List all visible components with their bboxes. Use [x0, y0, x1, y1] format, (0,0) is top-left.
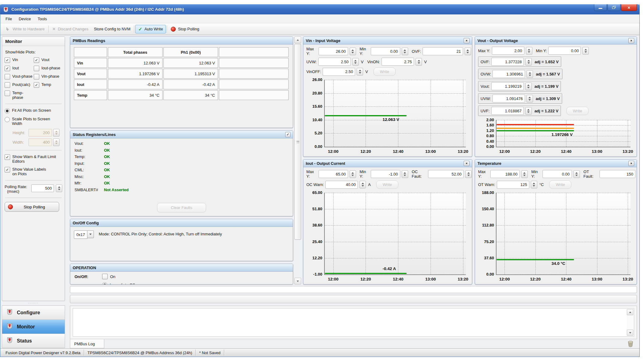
width-input[interactable]: 400: [29, 138, 52, 146]
spinner-control[interactable]: [357, 68, 363, 75]
stop-polling-button[interactable]: Stop Polling: [168, 25, 202, 33]
plot-toggle[interactable]: ✓Vin: [5, 57, 33, 63]
splitter-handle[interactable]: ·····: [2, 301, 65, 305]
nav-item-configure[interactable]: Configure: [2, 306, 65, 320]
close-icon[interactable]: ×: [628, 161, 634, 166]
value-input[interactable]: 2.50: [323, 68, 355, 76]
polling-rate-input[interactable]: 500: [31, 184, 54, 192]
value-input[interactable]: 125: [497, 181, 529, 189]
value-input[interactable]: 2.75: [381, 58, 414, 66]
immediate-off-radio[interactable]: Immediate Off: [102, 282, 289, 284]
trash-icon[interactable]: [627, 339, 634, 348]
titlebar[interactable]: Configuration TPSM8S6C24/TPSM8S6B24 @ PM…: [0, 4, 639, 14]
close-icon[interactable]: ×: [464, 161, 470, 166]
plot-toggle[interactable]: ✓Vout: [34, 57, 62, 63]
spinner-control[interactable]: [465, 170, 472, 178]
spinner-control[interactable]: [525, 83, 532, 90]
show-value-labels-checkbox[interactable]: ✓ Show Value Labels on Plots: [5, 167, 62, 176]
menu-file[interactable]: File: [2, 15, 15, 22]
scroll-down-icon[interactable]: [627, 330, 633, 336]
write-button[interactable]: Write: [566, 107, 588, 115]
spinner-control[interactable]: [582, 47, 589, 55]
spinner-control[interactable]: [527, 70, 533, 78]
value-input[interactable]: 188.00: [490, 170, 520, 178]
value-input[interactable]: 1.018867: [491, 107, 524, 115]
status-panel-checkbox[interactable]: ✓: [285, 132, 290, 137]
store-config-button[interactable]: Store Config to NVM: [91, 25, 133, 33]
chevron-down-icon[interactable]: [87, 230, 94, 238]
radio-fit-all-plots[interactable]: Fit All Plots on Screen: [5, 108, 62, 114]
plot-toggle[interactable]: Pout(calc): [5, 82, 33, 88]
value-input[interactable]: 52.00: [428, 170, 464, 178]
spinner-control[interactable]: [359, 181, 366, 188]
log-scrollbar[interactable]: [627, 309, 633, 336]
spinner-control[interactable]: [521, 170, 528, 178]
menu-tools[interactable]: Tools: [34, 15, 50, 22]
plot-toggle[interactable]: Vout-phase: [5, 74, 33, 79]
minimize-button[interactable]: [594, 4, 607, 11]
scroll-up-icon[interactable]: [294, 37, 301, 43]
value-input[interactable]: 1.199219: [491, 82, 524, 90]
value-input[interactable]: -1.00: [371, 170, 400, 178]
scrollbar-thumb[interactable]: [294, 44, 301, 240]
spinner-control[interactable]: [350, 48, 356, 55]
show-warn-fault-checkbox[interactable]: ✓ Show Warn & Fault Limit Editors: [5, 154, 62, 164]
stop-polling-sidebar-button[interactable]: Stop Polling: [5, 202, 59, 212]
plot-toggle[interactable]: Iout-phase: [34, 66, 62, 71]
value-input[interactable]: 2.50: [318, 58, 351, 66]
value-input[interactable]: 0.00: [371, 47, 400, 55]
value-input[interactable]: 150: [600, 170, 635, 178]
height-input[interactable]: 200: [29, 129, 52, 137]
tab-pmbus-log[interactable]: PMBus Log: [70, 339, 104, 348]
spinner-control[interactable]: [525, 107, 532, 115]
value-input[interactable]: 65.00: [319, 170, 348, 178]
scroll-up-icon[interactable]: [627, 309, 633, 315]
spinner-control[interactable]: [53, 138, 59, 146]
spinner-control[interactable]: [531, 181, 537, 188]
write-button[interactable]: Write: [374, 68, 396, 76]
value-input[interactable]: 1.377228: [491, 58, 524, 66]
plot-toggle[interactable]: ✓Temp: [34, 82, 62, 88]
on-checkbox[interactable]: [102, 274, 108, 279]
spinner-control[interactable]: [526, 47, 532, 55]
write-to-hardware-button[interactable]: Write to Hardware: [3, 25, 48, 33]
nav-item-monitor[interactable]: Monitor: [2, 320, 65, 334]
value-input[interactable]: 26.00: [319, 47, 348, 55]
log-output[interactable]: [73, 308, 634, 337]
collapsed-panel-bar[interactable]: [70, 286, 637, 293]
restore-button[interactable]: [608, 4, 620, 11]
menu-device[interactable]: Device: [15, 15, 34, 22]
spinner-control[interactable]: [525, 58, 532, 66]
close-button[interactable]: ×: [621, 4, 637, 11]
clear-faults-button[interactable]: Clear Faults: [157, 203, 206, 212]
spinner-control[interactable]: [402, 48, 408, 55]
value-input[interactable]: 1.091476: [493, 95, 525, 103]
value-input[interactable]: 0.00: [548, 47, 581, 55]
auto-write-button[interactable]: ✓ Auto Write: [135, 25, 166, 33]
nav-item-status[interactable]: Status: [2, 334, 65, 348]
value-input[interactable]: 21: [423, 47, 463, 55]
spinner-control[interactable]: [573, 170, 580, 178]
scroll-down-icon[interactable]: [294, 278, 301, 285]
spinner-control[interactable]: [416, 58, 422, 66]
value-input[interactable]: 1.306961: [493, 70, 525, 78]
plot-toggle[interactable]: Vin-phase: [34, 74, 62, 79]
collapsed-panel-bar[interactable]: [70, 295, 637, 303]
on-off-config-select[interactable]: 0x17: [74, 230, 94, 239]
value-input[interactable]: 0.00: [542, 170, 572, 178]
plot-toggle[interactable]: Temp-phase: [5, 91, 33, 100]
spinner-control[interactable]: [465, 48, 471, 55]
value-input[interactable]: 2.00: [492, 47, 524, 55]
middle-scrollbar[interactable]: [294, 37, 301, 285]
close-icon[interactable]: ×: [628, 38, 634, 43]
spinner-control[interactable]: [402, 170, 408, 178]
spinner-control[interactable]: [350, 170, 356, 178]
spinner-control[interactable]: [56, 184, 62, 192]
plot-toggle[interactable]: ✓Iout: [5, 66, 33, 71]
close-icon[interactable]: ×: [464, 38, 470, 43]
spinner-control[interactable]: [527, 95, 533, 103]
radio-scale-plots[interactable]: Scale Plots to Screen Width: [5, 117, 62, 126]
spinner-control[interactable]: [53, 129, 59, 137]
value-input[interactable]: 40.00: [325, 181, 358, 189]
write-button[interactable]: Write: [376, 180, 398, 189]
